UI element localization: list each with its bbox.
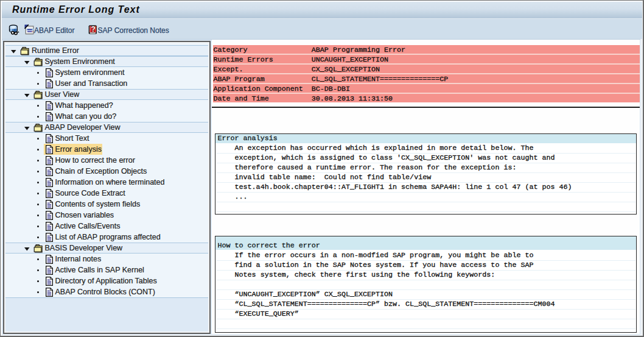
svg-text:?: ?: [91, 25, 95, 34]
